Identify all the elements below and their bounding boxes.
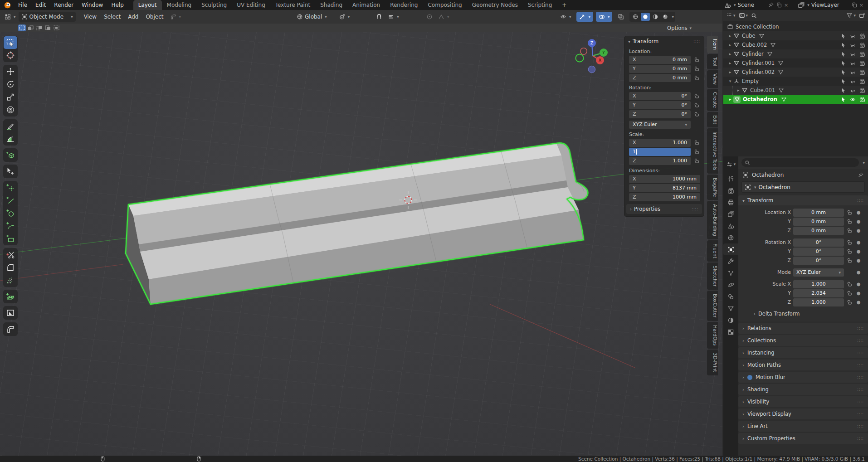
sidebar-tab-create[interactable]: Create [707, 89, 718, 111]
new-collection-icon[interactable] [859, 12, 865, 19]
blender-logo-icon[interactable] [0, 0, 14, 10]
animate-dot[interactable]: ● [855, 258, 862, 263]
menu-render[interactable]: Render [50, 0, 78, 10]
menu-select[interactable]: Select [100, 14, 124, 20]
tool-move[interactable] [4, 65, 17, 78]
selectable-icon[interactable] [840, 42, 846, 48]
expand-icon[interactable]: ▸ [735, 88, 741, 92]
shading-wireframe-button[interactable] [631, 13, 640, 21]
active-tool-dropdown[interactable]: ▾ [167, 12, 184, 22]
animate-dot[interactable]: ● [855, 219, 862, 224]
close-icon[interactable]: × [859, 2, 863, 8]
outliner-row-cube[interactable]: ▸ Cube [723, 31, 868, 40]
rotation-y-field[interactable]: Y0° [629, 101, 691, 109]
lock-icon[interactable] [693, 93, 700, 99]
tool-shape[interactable] [4, 261, 17, 274]
properties-panel-collapsed[interactable]: ›Properties:::: [626, 204, 702, 214]
rotation-mode-dropdown[interactable]: XYZ Euler▾ [793, 268, 844, 277]
selectable-icon[interactable] [840, 33, 846, 39]
hide-icon[interactable] [850, 33, 856, 39]
select-mode-extend[interactable] [27, 24, 34, 31]
hide-icon[interactable] [850, 69, 856, 75]
workspace-tab-rendering[interactable]: Rendering [385, 0, 423, 10]
selectable-icon[interactable] [840, 97, 846, 102]
selectable-icon[interactable] [840, 88, 846, 93]
transform-section-header[interactable]: ▾Transform:::: [738, 195, 868, 205]
workspace-tab-animation[interactable]: Animation [347, 0, 385, 10]
lock-icon[interactable] [693, 158, 700, 164]
tool-corner-profile[interactable] [4, 323, 17, 336]
outliner-row-octahedron-active[interactable]: ▸ Octahedron [723, 95, 868, 104]
lock-icon[interactable] [693, 149, 700, 155]
rotation-z-field[interactable]: Z0° [629, 110, 691, 118]
show-icon[interactable] [850, 97, 856, 102]
lock-icon[interactable] [693, 57, 700, 63]
outliner-row-empty[interactable]: ▾ Empty [723, 77, 868, 86]
workspace-tab-sculpting[interactable]: Sculpting [196, 0, 232, 10]
section-motion-blur[interactable]: ›Motion Blur:::: [738, 372, 868, 383]
axis-z[interactable]: Z [588, 39, 596, 47]
sidebar-tab-auto-building[interactable]: Auto-Building [707, 201, 718, 239]
tool-arc-sketch[interactable] [4, 274, 17, 287]
new-scene-icon[interactable] [776, 2, 782, 8]
section-custom-properties[interactable]: ›Custom Properties:::: [738, 433, 868, 444]
dimension-y-field[interactable]: Y8137 mm [629, 184, 700, 192]
menu-file[interactable]: File [14, 0, 31, 10]
display-mode-dropdown[interactable]: ▾ [726, 12, 736, 19]
sidebar-tab-sketcher[interactable]: Sketcher [707, 263, 718, 290]
menu-object[interactable]: Object [142, 14, 167, 20]
animate-dot[interactable]: ● [855, 300, 862, 305]
tab-tool[interactable] [723, 173, 738, 185]
lock-icon[interactable] [846, 258, 853, 263]
transform-orientation-dropdown[interactable]: Global ▾ [294, 12, 330, 22]
axis-neg-z[interactable] [588, 66, 595, 73]
sidebar-tab-edit[interactable]: Edit [707, 112, 718, 127]
shading-rendered-button[interactable] [661, 13, 670, 21]
lock-icon[interactable] [846, 239, 853, 245]
expand-icon[interactable]: ▸ [727, 43, 733, 47]
pin-icon[interactable] [858, 172, 864, 178]
select-mode-invert[interactable] [44, 24, 52, 31]
tab-texture[interactable] [723, 326, 738, 338]
tab-physics[interactable] [723, 279, 738, 291]
tool-select-box[interactable] [4, 36, 17, 49]
dimension-x-field[interactable]: X1000 mm [629, 175, 700, 183]
lock-icon[interactable] [693, 102, 700, 108]
menu-window[interactable]: Window [78, 0, 107, 10]
lock-icon[interactable] [846, 219, 853, 224]
axis-x[interactable]: X [596, 56, 604, 64]
outliner-row-cube-001[interactable]: ▸ Cube.001 [723, 86, 868, 95]
sidebar-tab-view[interactable]: View [707, 70, 718, 88]
tool-transform[interactable] [4, 103, 17, 116]
section-instancing[interactable]: ›Instancing:::: [738, 347, 868, 358]
sidebar-tab-fluent[interactable]: Fluent [707, 240, 718, 262]
rotation-z-field[interactable]: 0° [793, 257, 844, 265]
scene-selector[interactable]: ▾ Scene × [722, 0, 791, 10]
expand-icon[interactable]: ▸ [727, 61, 733, 65]
hide-icon[interactable] [850, 60, 856, 66]
outliner-row-cube-002[interactable]: ▸ Cube.002 [723, 40, 868, 49]
mode-dropdown[interactable]: Object Mode ▾ [19, 12, 76, 22]
sidebar-tab-tool[interactable]: Tool [707, 54, 718, 69]
sidebar-tab-boxcutter[interactable]: BoxCutter [707, 291, 718, 321]
search-icon[interactable] [751, 13, 757, 19]
location-y-field[interactable]: Y0 mm [629, 65, 691, 73]
properties-options-dropdown[interactable]: ▾ [863, 160, 865, 165]
select-mode-set[interactable] [18, 24, 26, 31]
lock-icon[interactable] [693, 111, 700, 117]
search-input[interactable] [741, 158, 859, 167]
scale-y-field-editing[interactable]: 1 [629, 148, 691, 156]
properties-editor-type-dropdown[interactable]: ▾ [723, 158, 738, 170]
location-z-field[interactable]: Z0 mm [629, 74, 691, 82]
menu-view[interactable]: View [80, 14, 100, 20]
lock-icon[interactable] [846, 248, 853, 254]
tab-particles[interactable] [723, 267, 738, 279]
tab-render[interactable] [723, 185, 738, 196]
object-visibility-dropdown[interactable]: ▾ [557, 12, 574, 22]
tab-object[interactable] [723, 243, 738, 255]
section-line-art[interactable]: ›Line Art:::: [738, 421, 868, 432]
selected-object[interactable] [126, 143, 588, 304]
render-visibility-icon[interactable] [859, 33, 865, 39]
breadcrumb-object-name[interactable]: Octahedron [752, 172, 784, 178]
sidebar-tab-interactive-tools[interactable]: Interactive Tools [707, 128, 718, 174]
